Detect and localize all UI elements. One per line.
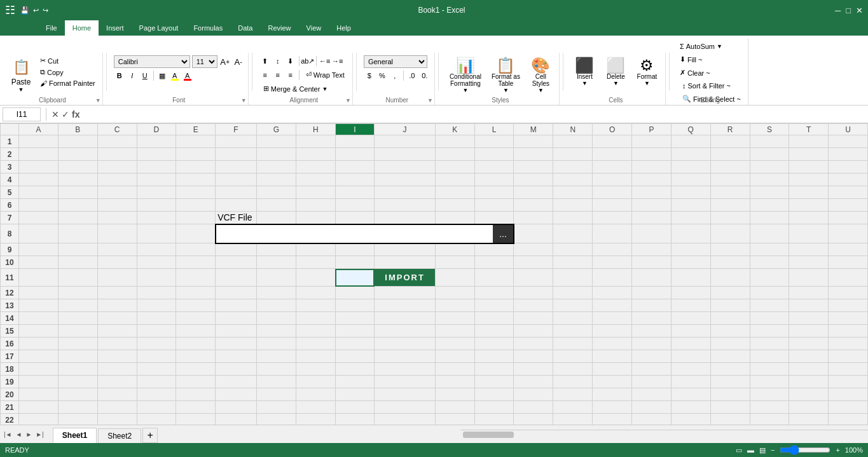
- cell-T8[interactable]: [789, 224, 829, 243]
- cell-A15[interactable]: [19, 325, 59, 338]
- percent-btn[interactable]: %: [376, 70, 388, 81]
- cell-L22[interactable]: [474, 414, 514, 425]
- cell-O2[interactable]: [593, 148, 632, 161]
- cell-N8[interactable]: [553, 224, 593, 243]
- quick-access-redo[interactable]: ↪: [43, 6, 48, 15]
- cell-D12[interactable]: [137, 287, 176, 299]
- ribbon-tab-home[interactable]: Home: [65, 20, 99, 36]
- cell-O14[interactable]: [593, 312, 632, 325]
- cell-S3[interactable]: [750, 161, 789, 174]
- cell-U13[interactable]: [829, 299, 868, 312]
- cell-C11[interactable]: [97, 269, 137, 287]
- cell-U1[interactable]: [829, 135, 868, 148]
- cell-G3[interactable]: [256, 161, 296, 174]
- cell-M22[interactable]: [514, 414, 553, 425]
- cell-P5[interactable]: [632, 186, 672, 199]
- cell-U7[interactable]: [829, 212, 868, 224]
- cell-Q12[interactable]: [671, 287, 710, 299]
- cell-Q20[interactable]: [671, 388, 710, 401]
- cell-S12[interactable]: [750, 287, 789, 299]
- cell-G9[interactable]: [256, 243, 296, 256]
- cell-U10[interactable]: [829, 256, 868, 269]
- cell-K18[interactable]: [435, 363, 474, 376]
- ribbon-tab-view[interactable]: View: [299, 20, 329, 36]
- cell-K13[interactable]: [435, 299, 474, 312]
- cell-U9[interactable]: [829, 243, 868, 256]
- cell-I11[interactable]: [335, 269, 375, 287]
- cell-T4[interactable]: [789, 174, 829, 186]
- browse-button[interactable]: ...: [493, 225, 513, 243]
- cell-S8[interactable]: [750, 224, 789, 243]
- cell-N14[interactable]: [553, 312, 593, 325]
- font-size-decrease[interactable]: A-: [233, 56, 244, 67]
- row-header-20[interactable]: 20: [1, 388, 19, 401]
- cell-E10[interactable]: [176, 256, 216, 269]
- row-header-5[interactable]: 5: [1, 186, 19, 199]
- cell-D2[interactable]: [137, 148, 176, 161]
- maximize-btn[interactable]: □: [846, 6, 851, 15]
- cell-T18[interactable]: [789, 363, 829, 376]
- insert-function-icon[interactable]: fx: [72, 109, 79, 119]
- row-header-15[interactable]: 15: [1, 325, 19, 338]
- cell-R9[interactable]: [710, 243, 750, 256]
- cell-E21[interactable]: [176, 401, 216, 414]
- cell-E15[interactable]: [176, 325, 216, 338]
- cell-C22[interactable]: [97, 414, 137, 425]
- row-header-11[interactable]: 11: [1, 269, 19, 287]
- cell-ref-box[interactable]: [3, 107, 41, 121]
- cell-B21[interactable]: [58, 401, 97, 414]
- cell-N3[interactable]: [553, 161, 593, 174]
- col-header-M[interactable]: M: [514, 124, 553, 135]
- cell-B11[interactable]: [58, 269, 97, 287]
- ribbon-tab-insert[interactable]: Insert: [99, 20, 132, 36]
- col-header-E[interactable]: E: [176, 124, 216, 135]
- cell-P19[interactable]: [632, 376, 672, 388]
- cell-A17[interactable]: [19, 350, 59, 363]
- cell-Q15[interactable]: [671, 325, 710, 338]
- currency-btn[interactable]: $: [364, 70, 375, 81]
- cell-N6[interactable]: [553, 199, 593, 212]
- font-size-select[interactable]: 891011121416: [192, 55, 217, 68]
- clipboard-expand[interactable]: ▼: [95, 97, 101, 104]
- cell-L16[interactable]: [474, 338, 514, 350]
- col-header-A[interactable]: A: [19, 124, 59, 135]
- underline-button[interactable]: U: [139, 70, 151, 81]
- cell-B5[interactable]: [58, 186, 97, 199]
- page-break-btn[interactable]: ▤: [759, 446, 766, 454]
- cell-G10[interactable]: [256, 256, 296, 269]
- cell-J19[interactable]: [375, 376, 436, 388]
- cell-U20[interactable]: [829, 388, 868, 401]
- cell-I18[interactable]: [335, 363, 375, 376]
- cell-P14[interactable]: [632, 312, 672, 325]
- autosum-button[interactable]: Σ AutoSum ▼: [677, 41, 726, 52]
- cell-J15[interactable]: [375, 325, 436, 338]
- paste-button[interactable]: 📋 Paste ▼: [6, 55, 36, 95]
- cell-K22[interactable]: [435, 414, 474, 425]
- cell-H12[interactable]: [296, 287, 335, 299]
- cell-U11[interactable]: [829, 269, 868, 287]
- cell-L11[interactable]: [474, 269, 514, 287]
- cell-B9[interactable]: [58, 243, 97, 256]
- indent-increase[interactable]: →≡: [332, 55, 343, 67]
- cell-F14[interactable]: [216, 312, 257, 325]
- col-header-J[interactable]: J: [375, 124, 436, 135]
- cell-H2[interactable]: [296, 148, 335, 161]
- cell-B22[interactable]: [58, 414, 97, 425]
- row-header-16[interactable]: 16: [1, 338, 19, 350]
- cell-L15[interactable]: [474, 325, 514, 338]
- cell-S17[interactable]: [750, 350, 789, 363]
- cell-G2[interactable]: [256, 148, 296, 161]
- cell-S19[interactable]: [750, 376, 789, 388]
- delete-button[interactable]: ⬜ Delete ▼: [602, 55, 630, 89]
- ribbon-tab-page-layout[interactable]: Page Layout: [132, 20, 186, 36]
- cell-E18[interactable]: [176, 363, 216, 376]
- cell-A20[interactable]: [19, 388, 59, 401]
- row-header-4[interactable]: 4: [1, 174, 19, 186]
- cell-J12[interactable]: [375, 287, 436, 299]
- cell-G22[interactable]: [256, 414, 296, 425]
- cell-B15[interactable]: [58, 325, 97, 338]
- ribbon-tab-data[interactable]: Data: [230, 20, 260, 36]
- cell-C13[interactable]: [97, 299, 137, 312]
- cell-J20[interactable]: [375, 388, 436, 401]
- cell-L18[interactable]: [474, 363, 514, 376]
